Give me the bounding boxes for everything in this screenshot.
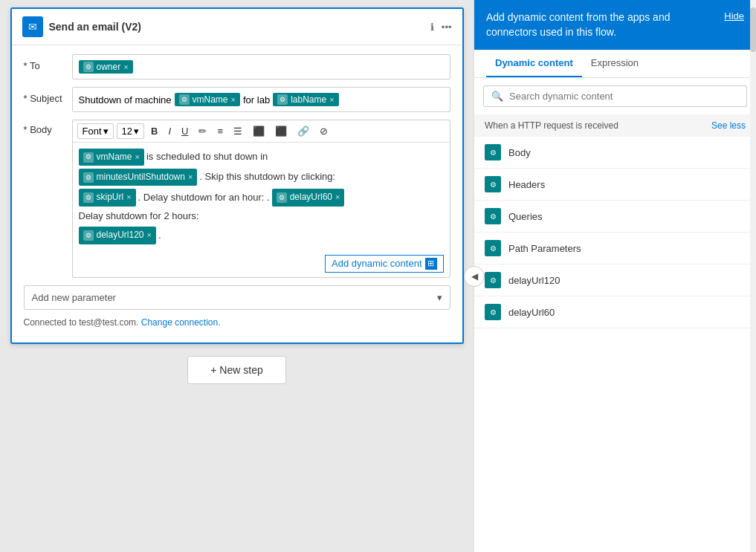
vmname-token: ⚙ vmName × <box>175 93 240 106</box>
param-dropdown[interactable]: Add new parameter ▾ <box>24 285 450 310</box>
body-vmname-close[interactable]: × <box>135 151 140 164</box>
info-icon[interactable]: ℹ <box>430 22 434 33</box>
delayurl120-close[interactable]: × <box>147 229 152 242</box>
param-chevron: ▾ <box>437 292 442 303</box>
add-dynamic-label: Add dynamic content <box>332 258 421 269</box>
section-title: When a HTTP request is received <box>485 120 618 131</box>
chevron-down-icon: ▾ <box>103 126 109 137</box>
item-label-path-params: Path Parameters <box>508 243 581 254</box>
dynamic-item-body[interactable]: ⚙ Body <box>474 137 756 169</box>
card-header-left: ✉ Send an email (V2) <box>22 16 141 37</box>
to-token: ⚙ owner × <box>79 60 133 74</box>
item-icon-headers: ⚙ <box>485 176 501 192</box>
body-text-3: . Delay shutdown for an hour: . <box>138 190 270 206</box>
collapse-button[interactable]: ◀ <box>464 266 485 287</box>
search-box[interactable]: 🔍 <box>483 85 747 107</box>
dynamic-item-headers[interactable]: ⚙ Headers <box>474 169 756 201</box>
body-line-4: ⚙ delayUrl120 × . <box>79 227 444 244</box>
scrollbar[interactable] <box>750 0 756 552</box>
item-label-headers: Headers <box>508 179 545 190</box>
dynamic-item-path-params[interactable]: ⚙ Path Parameters <box>474 233 756 264</box>
token-icon-lab: ⚙ <box>277 94 288 105</box>
email-card: ✉ Send an email (V2) ℹ ••• * To ⚙ owner <box>10 7 464 344</box>
delay-2hr-text: Delay shutdown for 2 hours: <box>79 209 199 224</box>
dynamic-item-queries[interactable]: ⚙ Queries <box>474 201 756 233</box>
new-step-container: + New step <box>187 356 285 384</box>
item-icon-body: ⚙ <box>485 144 501 160</box>
toolbar: Font ▾ 12 ▾ B I U ✏ ≡ ☰ <box>73 120 450 143</box>
to-label: * To <box>24 54 65 71</box>
item-label-body: Body <box>508 147 531 158</box>
panel-tabs: Dynamic content Expression <box>474 50 756 78</box>
link-button[interactable]: 🔗 <box>294 124 313 138</box>
chevron-down-icon-size: ▾ <box>134 126 139 137</box>
vmname-close[interactable]: × <box>231 95 236 104</box>
italic-button[interactable]: I <box>164 124 175 138</box>
unordered-list-button[interactable]: ☰ <box>230 124 246 138</box>
bold-button[interactable]: B <box>147 124 161 138</box>
subject-row: * Subject Shutdown of machine ⚙ vmName ×… <box>24 87 450 112</box>
labname-close[interactable]: × <box>329 95 334 104</box>
item-icon-path-params: ⚙ <box>485 240 501 256</box>
body-text-1: is scheduled to shut down in <box>146 149 268 165</box>
subject-label: * Subject <box>24 87 65 104</box>
to-row: * To ⚙ owner × <box>24 54 450 79</box>
item-icon-delayurl120: ⚙ <box>485 272 501 288</box>
card-header: ✉ Send an email (V2) ℹ ••• <box>12 9 462 45</box>
minutes-close[interactable]: × <box>188 171 193 184</box>
new-step-button[interactable]: + New step <box>187 356 285 384</box>
add-dynamic-button[interactable]: Add dynamic content ⊞ <box>325 255 443 273</box>
align-left-button[interactable]: ⬛ <box>249 124 268 138</box>
skipurl-token: ⚙ skipUrl × <box>79 189 136 206</box>
panel-header: Add dynamic content from the apps and co… <box>474 0 756 50</box>
delayurl60-token: ⚙ delayUrl60 × <box>272 189 345 206</box>
tab-dynamic-content[interactable]: Dynamic content <box>486 50 582 77</box>
item-label-delayurl60: delayUrl60 <box>508 307 555 318</box>
dynamic-item-delayurl120[interactable]: ⚙ delayUrl120 <box>474 264 756 296</box>
card-header-right: ℹ ••• <box>430 22 452 33</box>
to-input[interactable]: ⚙ owner × <box>72 54 450 79</box>
card-body: * To ⚙ owner × * Subject Shutdown of mac… <box>12 45 462 342</box>
left-panel: ✉ Send an email (V2) ℹ ••• * To ⚙ owner <box>0 0 474 552</box>
scrollbar-thumb[interactable] <box>750 7 756 52</box>
tab-expression[interactable]: Expression <box>582 50 647 77</box>
body-line-1: ⚙ vmName × is scheduled to shut down in <box>79 149 444 166</box>
for-lab-text: for lab <box>243 94 270 105</box>
connection-text: Connected to test@test.com. Change conne… <box>24 314 450 334</box>
see-less-button[interactable]: See less <box>711 120 746 131</box>
body-text-2: . Skip this shutdown by clicking: <box>199 169 335 185</box>
card-title: Send an email (V2) <box>49 21 141 33</box>
subject-input[interactable]: Shutdown of machine ⚙ vmName × for lab ⚙… <box>72 87 450 112</box>
param-label: Add new parameter <box>32 292 116 303</box>
body-row: * Body Font ▾ 12 ▾ B <box>24 120 450 278</box>
font-select[interactable]: Font ▾ <box>77 123 114 139</box>
rich-content[interactable]: ⚙ vmName × is scheduled to shut down in … <box>73 143 450 250</box>
token-icon-vm: ⚙ <box>179 94 190 105</box>
item-label-queries: Queries <box>508 211 543 222</box>
font-size-select[interactable]: 12 ▾ <box>117 123 144 139</box>
change-connection-link[interactable]: Change connection. <box>141 317 221 328</box>
underline-button[interactable]: U <box>178 124 192 138</box>
more-icon[interactable]: ••• <box>442 22 452 33</box>
to-token-close[interactable]: × <box>123 62 128 71</box>
skipurl-close[interactable]: × <box>126 191 131 204</box>
align-right-button[interactable]: ⬛ <box>271 124 291 138</box>
clear-format-button[interactable]: ⊘ <box>316 124 332 138</box>
hide-button[interactable]: Hide <box>724 10 744 22</box>
body-line-3: ⚙ skipUrl × . Delay shutdown for an hour… <box>79 189 444 224</box>
panel-header-text: Add dynamic content from the apps and co… <box>486 10 694 39</box>
rich-text-area[interactable]: Font ▾ 12 ▾ B I U ✏ ≡ ☰ <box>72 120 450 278</box>
right-panel: ◀ Add dynamic content from the apps and … <box>474 0 756 552</box>
highlight-button[interactable]: ✏ <box>195 124 210 138</box>
labname-token: ⚙ labName × <box>273 93 338 106</box>
new-step-label: + New step <box>210 364 262 376</box>
ordered-list-button[interactable]: ≡ <box>213 124 227 138</box>
body-line-2: ⚙ minutesUntilShutdown × . Skip this shu… <box>79 169 444 186</box>
item-label-delayurl120: delayUrl120 <box>508 275 560 286</box>
dynamic-item-delayurl60[interactable]: ⚙ delayUrl60 <box>474 296 756 328</box>
delayurl120-token: ⚙ delayUrl120 × <box>79 227 156 244</box>
item-icon-queries: ⚙ <box>485 208 501 224</box>
search-input[interactable] <box>509 91 739 102</box>
subject-prefix: Shutdown of machine <box>79 94 172 105</box>
delayurl60-close[interactable]: × <box>335 191 340 204</box>
